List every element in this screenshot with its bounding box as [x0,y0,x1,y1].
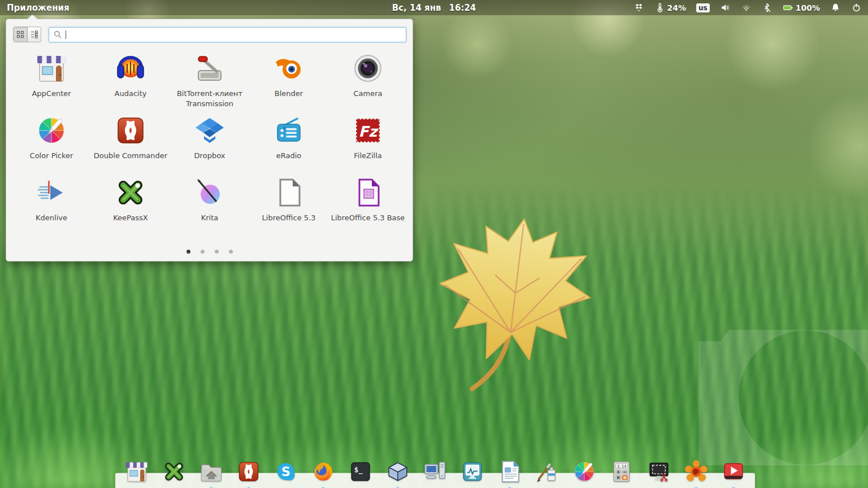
app-label: Double Commander [94,151,167,161]
firefox-icon [310,458,337,485]
system-monitor-icon [459,458,486,485]
category-view-button[interactable] [27,27,41,42]
app-eradio[interactable]: eRadio [249,110,328,172]
dock-item-firefox[interactable] [310,458,337,485]
dock-item-double-commander[interactable] [235,458,262,485]
kdenlive-icon [33,175,70,211]
grid-view-button[interactable] [14,27,27,42]
app-keepassx[interactable]: KeePassX [91,172,170,234]
datetime-indicator[interactable]: Вс, 14 янв 16:24 [392,3,476,13]
app-dropbox[interactable]: Dropbox [170,110,249,172]
dock-item-video-player[interactable] [720,458,747,485]
page-dot-4[interactable] [229,250,233,254]
page-dot-1[interactable] [186,250,190,254]
dock-item-xnview[interactable] [683,458,710,485]
libreoffice-writer-icon [496,458,523,485]
applications-menu[interactable]: Приложения [7,3,70,13]
dock [115,473,755,488]
eradio-icon [271,112,307,149]
notifications-bell-icon[interactable] [827,0,844,15]
launcher-toolbar [6,19,413,45]
app-grid: AppCenter Audacity BitTorrent-клиент Tra… [6,45,413,234]
app-appcenter[interactable]: AppCenter [12,48,91,110]
thermometer-icon-glyph [654,2,665,13]
dock-item-color-picker[interactable] [571,458,598,485]
computer-icon [422,458,449,485]
paint-icon [533,458,561,485]
files-icon [198,458,225,485]
dock-item-system-monitor[interactable] [459,458,486,485]
keyboard-layout-badge[interactable]: us [693,0,713,15]
app-kdenlive[interactable]: Kdenlive [12,172,91,234]
dock-item-keepassx[interactable] [160,458,188,485]
video-player-icon [720,458,747,485]
app-libreoffice[interactable]: LibreOffice 5.3 [249,172,328,234]
app-label: Color Picker [30,151,73,161]
screenshot-tool-icon [645,458,672,485]
text-caret [66,30,66,39]
top-panel: Приложения Вс, 14 янв 16:24 24%us100% [0,0,868,15]
app-transmission[interactable]: BitTorrent-клиент Transmission [170,48,249,110]
blender-icon [271,50,307,86]
dock-item-terminal[interactable] [347,458,374,485]
app-colorpicker[interactable]: Color Picker [12,110,91,172]
app-label: Kdenlive [36,213,67,223]
dropbox-icon [192,112,228,149]
bluetooth-icon-glyph [762,2,772,13]
watermark [698,330,868,465]
panel-time: 16:24 [449,3,476,13]
dock-item-appcenter[interactable] [123,458,150,485]
page-indicator [6,250,413,254]
system-tray: 24%us100% [631,0,865,15]
dock-item-virtualbox[interactable] [384,458,411,485]
dock-item-libreoffice-writer[interactable] [496,458,523,485]
dock-item-skype[interactable] [272,458,300,485]
dropbox-tray-icon[interactable] [631,0,647,15]
app-launcher: AppCenter Audacity BitTorrent-клиент Tra… [6,19,413,262]
battery-icon[interactable]: 100% [780,0,823,15]
thermometer-icon[interactable]: 24% [652,0,689,15]
double-commander-icon [235,458,262,485]
app-doublecmd[interactable]: Double Commander [91,110,170,172]
battery-icon-glyph [783,2,793,13]
battery-icon-value: 100% [796,3,820,12]
desktop: Приложения Вс, 14 янв 16:24 24%us100% [0,0,868,488]
search-icon [53,30,62,39]
app-label: AppCenter [32,89,71,99]
dock-item-paint[interactable] [533,458,561,485]
app-blender[interactable]: Blender [249,48,328,110]
wifi-icon[interactable] [738,0,754,15]
virtualbox-icon [384,458,411,485]
app-lobase[interactable]: LibreOffice 5.3 Base [328,172,407,234]
dock-items [115,458,755,485]
dock-item-files[interactable] [198,458,225,485]
app-label: eRadio [276,151,302,161]
search-input[interactable] [49,27,406,42]
appcenter-icon [123,458,150,485]
dock-item-calculator[interactable] [608,458,635,485]
dock-item-computer[interactable] [422,458,449,485]
app-krita[interactable]: Krita [170,172,249,234]
lobase-icon [350,175,386,211]
bluetooth-icon[interactable] [759,0,775,15]
power-icon[interactable] [848,0,865,15]
volume-icon-glyph [720,2,731,13]
transmission-icon [192,50,228,86]
app-camera[interactable]: Camera [328,48,407,110]
keyboard-layout-label: us [696,3,710,12]
category-view-icon [31,30,38,38]
audacity-icon [112,50,149,86]
app-filezilla[interactable]: FileZilla [328,110,407,172]
page-dot-3[interactable] [215,250,219,254]
app-label: LibreOffice 5.3 [262,213,316,223]
page-dot-2[interactable] [201,250,205,254]
app-label: Dropbox [194,151,225,161]
wifi-icon-glyph [741,2,752,13]
volume-icon[interactable] [717,0,734,15]
app-label: BitTorrent-клиент Transmission [172,89,248,109]
app-audacity[interactable]: Audacity [91,48,170,110]
dock-item-screenshot-tool[interactable] [645,458,672,485]
app-label: Krita [201,213,219,223]
app-label: FileZilla [354,151,381,161]
notifications-bell-icon-glyph [830,2,841,13]
